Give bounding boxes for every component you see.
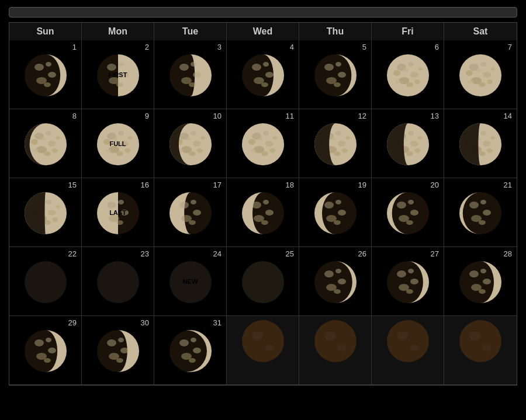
table-row: 28 (444, 247, 517, 316)
svg-point-230 (48, 348, 56, 353)
svg-point-43 (395, 80, 401, 84)
table-row (299, 316, 372, 385)
moon-phase-icon (458, 122, 503, 167)
moon-phase-icon (313, 190, 358, 236)
svg-point-187 (410, 210, 418, 216)
day-number: 28 (504, 249, 512, 258)
svg-point-94 (200, 136, 205, 140)
day-number: 14 (504, 112, 512, 120)
moon-phase-icon (385, 318, 431, 364)
svg-point-129 (403, 137, 408, 141)
svg-point-175 (261, 220, 268, 225)
table-row: 13 (372, 109, 444, 178)
table-row: 15 (9, 178, 82, 247)
svg-point-57 (476, 68, 480, 72)
svg-point-216 (410, 279, 418, 284)
svg-point-262 (482, 344, 492, 351)
svg-point-6 (44, 82, 51, 87)
svg-point-165 (191, 200, 196, 204)
svg-point-112 (338, 141, 346, 147)
svg-point-45 (403, 68, 408, 72)
svg-point-63 (31, 139, 38, 145)
moon-phase-icon (168, 190, 213, 236)
svg-point-48 (459, 54, 501, 96)
table-row: 29 (9, 316, 82, 385)
svg-point-18 (193, 72, 201, 78)
svg-point-178 (324, 202, 334, 209)
day-number: 9 (145, 112, 149, 120)
svg-point-168 (189, 220, 196, 225)
svg-point-102 (269, 148, 275, 153)
svg-point-138 (487, 148, 493, 153)
table-row: 9 FULL (82, 109, 154, 178)
svg-point-222 (480, 269, 486, 273)
svg-point-218 (406, 289, 413, 294)
svg-point-237 (120, 348, 129, 353)
svg-point-98 (263, 131, 269, 136)
svg-point-146 (46, 200, 51, 204)
svg-point-196 (479, 220, 486, 225)
day-number: 24 (213, 249, 222, 258)
svg-point-209 (338, 279, 346, 284)
svg-point-78 (124, 148, 130, 153)
svg-point-79 (105, 149, 111, 152)
day-header-sun: Sun (9, 23, 82, 40)
moon-phase-icon (458, 190, 503, 236)
table-row: 7 (444, 40, 517, 109)
svg-point-260 (459, 320, 501, 362)
day-header-thu: Thu (299, 23, 372, 40)
svg-point-166 (193, 210, 201, 216)
moon-phase-icon (240, 259, 286, 305)
table-row: 18 (227, 178, 299, 247)
svg-point-40 (410, 72, 418, 78)
svg-point-74 (118, 131, 124, 136)
moon-phase-icon (313, 122, 358, 167)
moon-phase-icon (313, 318, 358, 364)
svg-point-236 (118, 338, 124, 342)
table-row: 22 (9, 247, 82, 316)
moon-phase-icon (23, 328, 68, 374)
day-headers-row: Sun Mon Tue Wed Thu Fri Sat (9, 23, 517, 40)
svg-point-136 (483, 141, 491, 147)
svg-point-239 (116, 358, 123, 363)
svg-point-44 (406, 82, 413, 87)
moon-phase-icon: FULL (95, 122, 141, 167)
svg-point-254 (337, 344, 347, 351)
moon-phase-icon: FIRST (95, 53, 141, 98)
table-row: 27 (372, 247, 444, 316)
moon-phase-icon (458, 318, 503, 364)
table-row: 23 (82, 247, 154, 316)
svg-point-228 (34, 339, 44, 346)
moon-phase-icon: NEW (168, 259, 213, 305)
svg-point-34 (334, 82, 341, 87)
svg-point-93 (186, 137, 191, 141)
day-number: 17 (213, 181, 222, 189)
svg-point-82 (128, 136, 133, 140)
svg-point-46 (418, 67, 423, 71)
svg-point-20 (189, 82, 196, 87)
moon-phase-label: NEW (183, 278, 198, 286)
svg-point-244 (193, 348, 201, 353)
svg-point-10 (118, 62, 124, 67)
day-number: 27 (431, 249, 439, 258)
table-row: 21 (444, 178, 517, 247)
svg-point-256 (387, 320, 429, 362)
moon-phase-icon (240, 122, 286, 167)
svg-point-261 (469, 331, 481, 341)
svg-point-161 (116, 220, 123, 225)
day-number: 6 (435, 43, 439, 51)
day-header-tue: Tue (154, 23, 227, 40)
day-number: 1 (72, 43, 77, 51)
day-number: 25 (286, 249, 294, 258)
svg-point-124 (410, 141, 418, 147)
svg-point-58 (490, 67, 495, 71)
day-number: 15 (68, 181, 77, 189)
svg-point-4 (48, 72, 56, 78)
svg-point-23 (252, 64, 261, 71)
svg-point-252 (314, 320, 357, 362)
svg-point-3 (46, 62, 51, 67)
moon-phase-icon (385, 122, 431, 167)
svg-point-235 (107, 339, 116, 346)
svg-point-90 (197, 148, 203, 153)
day-number: 8 (72, 112, 77, 120)
